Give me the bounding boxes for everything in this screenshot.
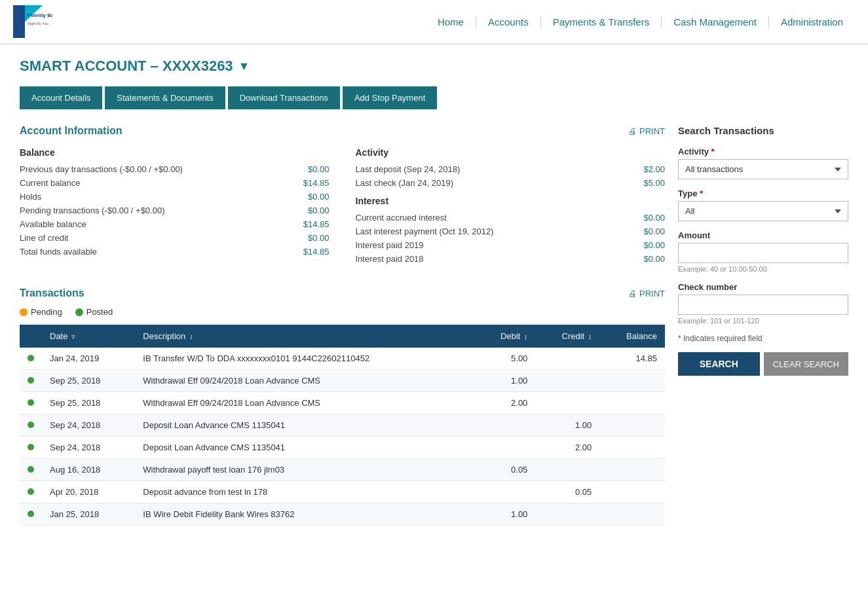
type-form-group: Type * AllCheckACHWireOther: [678, 189, 848, 221]
row-balance: [599, 459, 665, 481]
transactions-print-button[interactable]: 🖨 PRINT: [628, 289, 665, 298]
nav-administration[interactable]: Administration: [769, 16, 855, 27]
row-credit: [535, 503, 599, 526]
balance-label-5: Line of credit: [20, 233, 68, 243]
balance-row-4: Available balance $14.85: [20, 219, 330, 229]
posted-indicator: [28, 466, 34, 473]
printer-icon: 🖨: [628, 126, 637, 136]
row-balance: 14.85: [599, 348, 665, 370]
description-col-header[interactable]: Description ↕: [135, 325, 475, 348]
interest-value-0: $0.00: [643, 213, 665, 223]
type-select[interactable]: AllCheckACHWireOther: [678, 201, 848, 221]
table-row: Jan 25, 2018 IB Wire Debit Fidelity Bank…: [20, 503, 665, 526]
balance-value-5: $0.00: [308, 233, 330, 243]
nav-accounts[interactable]: Accounts: [476, 16, 541, 27]
activity-value-1: $5.00: [643, 178, 665, 188]
check-hint: Example: 101 or 101-120: [678, 317, 848, 325]
activity-title: Activity: [356, 147, 666, 158]
posted-label: Posted: [86, 307, 113, 317]
row-description: IB Wire Debit Fidelity Bank Wires 83762: [135, 503, 475, 526]
row-description: Withdrawal Eff 09/24/2018 Loan Advance C…: [135, 392, 475, 414]
row-debit: 1.00: [475, 503, 535, 526]
row-description: Deposit advance from test ln 178: [135, 481, 475, 503]
activity-select[interactable]: All transactionsDebits onlyCredits only: [678, 159, 848, 179]
balance-row-0: Previous day transactions (-$0.00 / +$0.…: [20, 164, 330, 174]
legend-pending: Pending: [20, 307, 62, 317]
interest-row-2: Interest paid 2019 $0.00: [356, 240, 666, 250]
balance-row-5: Line of credit $0.00: [20, 233, 330, 243]
balance-col-header: Balance: [599, 325, 665, 348]
row-debit: 1.00: [475, 370, 535, 392]
action-buttons: Account Details Statements & Documents D…: [20, 86, 848, 109]
credit-sort-icon: ↕: [588, 333, 592, 340]
pending-label: Pending: [31, 307, 62, 317]
clear-search-button[interactable]: CLEAR SEARCH: [764, 352, 848, 376]
row-debit: [475, 481, 535, 503]
account-title-text: SMART ACCOUNT – XXXX3263: [20, 58, 233, 75]
download-transactions-button[interactable]: Download Transactions: [228, 86, 340, 109]
row-balance: [599, 481, 665, 503]
table-row: Sep 25, 2018 Withdrawal Eff 09/24/2018 L…: [20, 370, 665, 392]
date-col-header[interactable]: Date ▿: [42, 325, 135, 348]
nav-home[interactable]: Home: [426, 16, 476, 27]
nav-cash-management[interactable]: Cash Management: [662, 16, 769, 27]
interest-label-2: Interest paid 2019: [356, 240, 424, 250]
account-info-print-button[interactable]: 🖨 PRINT: [628, 126, 665, 136]
row-description: Deposit Loan Advance CMS 1135041: [135, 414, 475, 437]
interest-value-1: $0.00: [643, 226, 665, 236]
row-status: [20, 370, 42, 392]
row-debit: 2.00: [475, 392, 535, 414]
balance-label-1: Current balance: [20, 178, 81, 188]
balance-column: Balance Previous day transactions (-$0.0…: [20, 147, 330, 268]
transactions-section: Transactions 🖨 PRINT Pending Posted: [20, 287, 665, 526]
amount-input[interactable]: [678, 243, 848, 263]
balance-label-3: Pending transactions (-$0.00 / +$0.00): [20, 206, 165, 215]
table-row: Apr 20, 2018 Deposit advance from test l…: [20, 481, 665, 503]
row-date: Sep 24, 2018: [42, 437, 135, 459]
main-nav: Home Accounts Payments & Transfers Cash …: [426, 16, 855, 27]
row-description: IB Transfer W/D To DDA xxxxxxxx0101 9144…: [135, 348, 475, 370]
search-button[interactable]: SEARCH: [678, 352, 760, 376]
activity-row-0: Last deposit (Sep 24, 2018) $2.00: [356, 164, 666, 174]
balance-row-3: Pending transactions (-$0.00 / +$0.00) $…: [20, 206, 330, 215]
row-balance: [599, 392, 665, 414]
row-debit: 0.05: [475, 459, 535, 481]
row-date: Jan 25, 2018: [42, 503, 135, 526]
table-row: Jan 24, 2019 IB Transfer W/D To DDA xxxx…: [20, 348, 665, 370]
account-dropdown-arrow[interactable]: ▼: [238, 60, 250, 73]
row-description: Withdrawal Eff 09/24/2018 Loan Advance C…: [135, 370, 475, 392]
table-row: Sep 24, 2018 Deposit Loan Advance CMS 11…: [20, 437, 665, 459]
posted-indicator: [28, 377, 34, 384]
activity-required-star: *: [711, 147, 715, 156]
add-stop-payment-button[interactable]: Add Stop Payment: [343, 86, 437, 109]
table-row: Sep 24, 2018 Deposit Loan Advance CMS 11…: [20, 414, 665, 437]
check-number-form-group: Check number Example: 101 or 101-120: [678, 282, 848, 325]
row-credit: 2.00: [535, 437, 599, 459]
search-title: Search Transactions: [678, 125, 848, 136]
account-info-title: Account Information: [20, 125, 122, 137]
row-status: [20, 392, 42, 414]
balance-value-2: $0.00: [308, 192, 330, 202]
fidelity-bank-logo: Fidelity Bank Right By You.: [13, 5, 52, 38]
balance-label-6: Total funds available: [20, 247, 97, 257]
transactions-section-header: Transactions 🖨 PRINT: [20, 287, 665, 299]
debit-col-header[interactable]: Debit ↕: [475, 325, 535, 348]
interest-title: Interest: [356, 196, 666, 206]
row-balance: [599, 414, 665, 437]
nav-payments[interactable]: Payments & Transfers: [541, 16, 662, 27]
transactions-legend: Pending Posted: [20, 307, 665, 317]
check-number-input[interactable]: [678, 295, 848, 315]
row-credit: [535, 459, 599, 481]
required-note: * Indicates required field: [678, 334, 848, 343]
row-credit: [535, 392, 599, 414]
activity-row-1: Last check (Jan 24, 2019) $5.00: [356, 178, 666, 188]
interest-label-1: Last interest payment (Oct 19, 2012): [356, 226, 494, 236]
row-credit: 0.05: [535, 481, 599, 503]
credit-col-header[interactable]: Credit ↕: [535, 325, 599, 348]
table-row: Sep 25, 2018 Withdrawal Eff 09/24/2018 L…: [20, 392, 665, 414]
row-date: Aug 16, 2018: [42, 459, 135, 481]
check-number-label: Check number: [678, 282, 848, 292]
account-details-button[interactable]: Account Details: [20, 86, 102, 109]
statements-documents-button[interactable]: Statements & Documents: [105, 86, 225, 109]
printer-icon-2: 🖨: [628, 289, 637, 298]
